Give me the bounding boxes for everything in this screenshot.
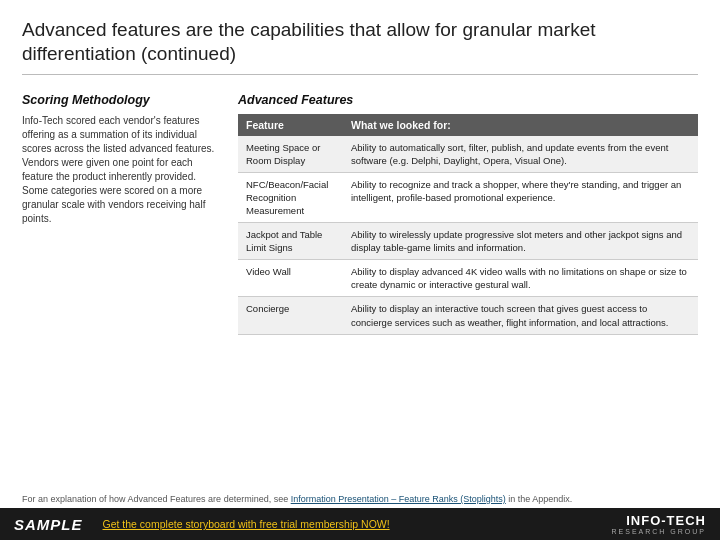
table-row: Meeting Space or Room DisplayAbility to … — [238, 136, 698, 173]
table-row: NFC/Beacon/Facial Recognition Measuremen… — [238, 172, 698, 222]
features-table: Feature What we looked for: Meeting Spac… — [238, 114, 698, 335]
table-row: Jackpot and Table Limit SignsAbility to … — [238, 223, 698, 260]
col-description: What we looked for: — [343, 114, 698, 136]
table-cell-feature: Concierge — [238, 297, 343, 334]
logo-area: INFO-TECH RESEARCH GROUP — [611, 513, 706, 535]
table-header-row: Feature What we looked for: — [238, 114, 698, 136]
scoring-methodology-body: Info-Tech scored each vendor's features … — [22, 114, 218, 226]
table-row: ConciergeAbility to display an interacti… — [238, 297, 698, 334]
table-cell-description: Ability to display an interactive touch … — [343, 297, 698, 334]
table-row: Video WallAbility to display advanced 4K… — [238, 260, 698, 297]
content-area: Scoring Methodology Info-Tech scored eac… — [22, 93, 698, 485]
scoring-methodology-heading: Scoring Methodology — [22, 93, 218, 107]
table-cell-feature: NFC/Beacon/Facial Recognition Measuremen… — [238, 172, 343, 222]
footer-note-suffix: in the Appendix. — [506, 494, 573, 504]
footer-note: For an explanation of how Advanced Featu… — [22, 494, 698, 504]
table-cell-description: Ability to display advanced 4K video wal… — [343, 260, 698, 297]
advanced-features-heading: Advanced Features — [238, 93, 698, 107]
footer-area: For an explanation of how Advanced Featu… — [22, 494, 698, 540]
footer-bar: SAMPLE Get the complete storyboard with … — [0, 508, 720, 540]
sample-label: SAMPLE — [14, 516, 83, 533]
footer-link[interactable]: Information Presentation – Feature Ranks… — [291, 494, 506, 504]
table-cell-description: Ability to automatically sort, filter, p… — [343, 136, 698, 173]
table-cell-feature: Jackpot and Table Limit Signs — [238, 223, 343, 260]
table-cell-feature: Video Wall — [238, 260, 343, 297]
table-cell-feature: Meeting Space or Room Display — [238, 136, 343, 173]
footer-note-text: For an explanation of how Advanced Featu… — [22, 494, 291, 504]
page: Advanced features are the capabilities t… — [0, 0, 720, 540]
logo-brand: INFO-TECH — [626, 513, 706, 528]
right-panel: Advanced Features Feature What we looked… — [232, 93, 698, 485]
left-panel: Scoring Methodology Info-Tech scored eac… — [22, 93, 232, 485]
table-cell-description: Ability to wirelessly update progressive… — [343, 223, 698, 260]
cta-text[interactable]: Get the complete storyboard with free tr… — [103, 518, 602, 530]
logo-sub: RESEARCH GROUP — [611, 528, 706, 535]
col-feature: Feature — [238, 114, 343, 136]
table-cell-description: Ability to recognize and track a shopper… — [343, 172, 698, 222]
page-title: Advanced features are the capabilities t… — [22, 18, 698, 75]
